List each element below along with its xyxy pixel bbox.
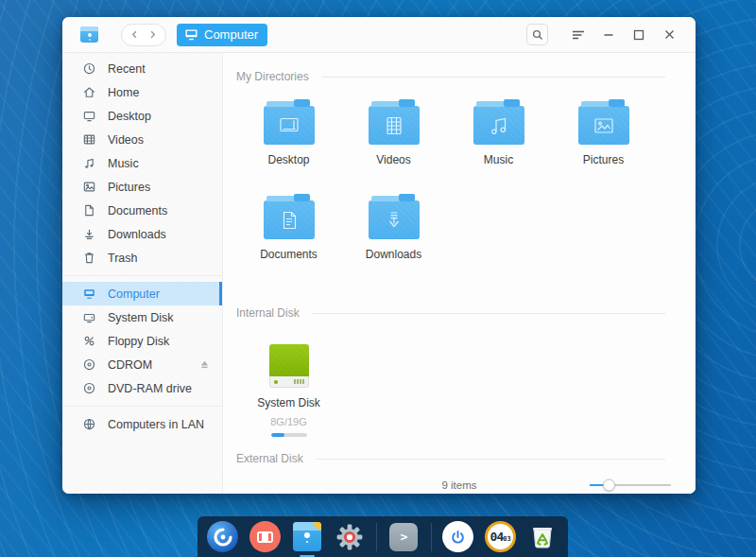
swirl-glyph <box>213 527 233 548</box>
folder-item-pictures[interactable]: Pictures <box>551 91 656 185</box>
folder-label: Desktop <box>267 153 309 166</box>
folder-label: Videos <box>376 153 410 166</box>
content-scroll[interactable]: My Directories Desktop <box>223 53 696 477</box>
slider-knob[interactable] <box>603 479 615 492</box>
folder-icon <box>264 200 315 239</box>
folder-item-downloads[interactable]: Downloads <box>341 185 446 280</box>
trash-bin-icon <box>528 523 557 551</box>
dock-item-media-player[interactable] <box>249 521 281 552</box>
clock-widget-icon: 04 03 <box>485 521 516 552</box>
dock-item-control-center[interactable] <box>334 521 365 552</box>
sidebar-item-computer[interactable]: Computer <box>62 282 222 305</box>
sidebar-item-lan[interactable]: Computers in LAN <box>62 412 222 436</box>
titlebar[interactable]: Computer <box>62 17 696 53</box>
document-glyph-icon <box>277 209 301 232</box>
dock-item-file-manager[interactable] <box>292 521 323 552</box>
sidebar-separator <box>62 406 222 407</box>
hard-disk-icon <box>82 310 96 324</box>
sidebar-item-label: DVD-RAM drive <box>108 382 192 395</box>
folder-item-documents[interactable]: Documents <box>236 185 341 280</box>
sidebar-item-pictures[interactable]: Pictures <box>62 175 222 199</box>
sidebar-item-videos[interactable]: Videos <box>62 128 222 151</box>
folder-item-videos[interactable]: Videos <box>341 91 446 185</box>
folder-label: Downloads <box>366 248 421 261</box>
dock-item-trash[interactable] <box>527 521 558 552</box>
sidebar-item-music[interactable]: Music <box>62 151 222 175</box>
section-header-my-directories: My Directories <box>236 70 682 83</box>
picture-glyph-icon <box>592 114 616 137</box>
download-icon <box>82 227 96 241</box>
search-button[interactable] <box>526 24 548 45</box>
terminal-icon: > <box>389 523 418 551</box>
minimize-button[interactable] <box>593 24 624 46</box>
maximize-button[interactable] <box>624 24 654 46</box>
sidebar-item-documents[interactable]: Documents <box>62 199 222 222</box>
sidebar-item-label: Music <box>108 157 139 170</box>
back-icon[interactable] <box>130 30 139 39</box>
tab-label: Computer <box>204 27 258 42</box>
film-glyph <box>257 531 273 543</box>
disk-vents <box>294 379 304 384</box>
sidebar-item-label: Desktop <box>108 110 151 123</box>
dock-item-power[interactable] <box>442 521 473 552</box>
system-disk-icon <box>269 344 309 388</box>
dock-item-launcher[interactable] <box>207 521 238 552</box>
keyhole-glyph <box>304 532 310 538</box>
section-title: Internal Disk <box>236 306 300 320</box>
power-glyph <box>449 528 467 546</box>
folder-icon <box>578 106 629 145</box>
disk-item-system-disk[interactable]: System Disk 8G/19G <box>236 327 341 450</box>
directories-grid: Desktop Videos Music <box>236 91 682 280</box>
disk-led <box>274 380 278 384</box>
home-icon <box>82 85 96 99</box>
file-manager-icon <box>293 522 321 551</box>
section-header-internal-disk: Internal Disk <box>236 306 682 320</box>
internal-disk-grid: System Disk 8G/19G <box>236 327 682 450</box>
status-bar: 9 items <box>223 477 696 494</box>
folder-icon <box>264 106 315 145</box>
desktop: Computer Rec <box>0 0 756 557</box>
computer-monitor-icon <box>184 28 198 41</box>
sidebar-item-home[interactable]: Home <box>62 80 222 104</box>
forward-icon[interactable] <box>148 30 157 39</box>
icon-size-slider[interactable] <box>590 484 671 486</box>
folder-icon <box>369 106 420 145</box>
download-glyph-icon <box>382 209 406 232</box>
power-icon <box>442 521 473 552</box>
dock-item-terminal[interactable]: > <box>388 521 420 552</box>
sidebar-item-cdrom[interactable]: CDROM <box>62 353 222 376</box>
section-divider <box>316 459 665 460</box>
sidebar-item-system-disk[interactable]: System Disk <box>62 305 222 329</box>
disk-usage-bar <box>271 433 307 437</box>
section-title: External Disk <box>236 452 303 465</box>
sidebar-item-dvd-ram[interactable]: DVD-RAM drive <box>62 376 222 400</box>
close-button[interactable] <box>654 24 684 46</box>
sidebar-item-desktop[interactable]: Desktop <box>62 104 222 128</box>
tab-computer[interactable]: Computer <box>177 24 267 46</box>
dock-separator <box>376 523 377 551</box>
folder-item-music[interactable]: Music <box>446 91 551 185</box>
sidebar-item-downloads[interactable]: Downloads <box>62 222 222 246</box>
menu-icon <box>572 30 585 40</box>
sidebar-item-label: Computers in LAN <box>108 418 204 431</box>
sidebar-item-recent[interactable]: Recent <box>62 57 222 80</box>
menu-button[interactable] <box>563 24 593 46</box>
section-header-external-disk: External Disk <box>236 452 682 465</box>
sidebar-item-floppy-disk[interactable]: Floppy Disk <box>62 329 222 353</box>
clock-minute: 03 <box>503 535 510 543</box>
sidebar-item-label: Videos <box>108 133 144 147</box>
disk-usage-fill <box>271 433 284 437</box>
section-title: My Directories <box>236 70 309 83</box>
sidebar-item-label: Trash <box>108 252 138 265</box>
sidebar-separator <box>62 275 222 276</box>
folder-item-desktop[interactable]: Desktop <box>236 91 341 185</box>
music-glyph-icon <box>487 114 511 137</box>
dock-item-clock[interactable]: 04 03 <box>485 521 516 552</box>
media-player-icon <box>249 521 281 552</box>
clock-icon <box>82 61 96 76</box>
minimize-icon <box>603 29 614 41</box>
sidebar-item-trash[interactable]: Trash <box>62 246 222 270</box>
film-glyph-icon <box>382 114 406 137</box>
dock-separator <box>431 523 432 551</box>
eject-icon[interactable] <box>199 359 210 370</box>
